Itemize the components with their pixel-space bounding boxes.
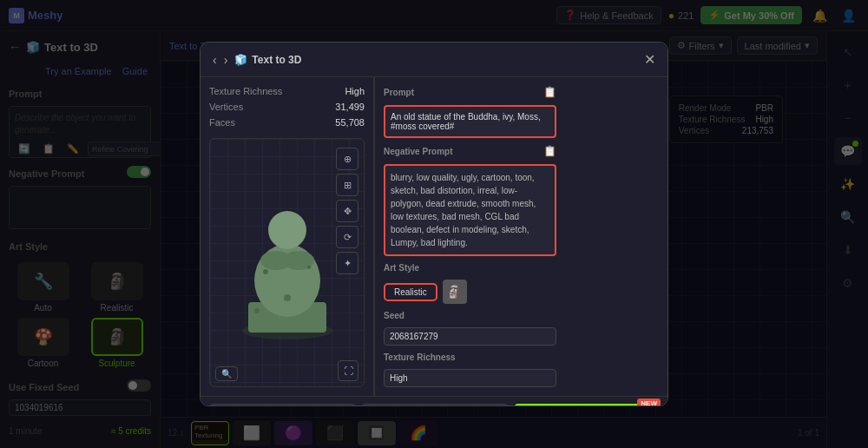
modal-fullscreen-btn[interactable]: ⛶: [338, 360, 358, 381]
modal-actions: ↗ Share ✦ Remix ⬇ Download NEW: [201, 396, 667, 406]
modal-overlay: ‹ › 🧊 Text to 3D ✕ Texture Richness High…: [0, 0, 868, 448]
modal-prev[interactable]: ‹: [213, 53, 217, 67]
seed-section: Seed: [384, 311, 556, 320]
download-button[interactable]: ⬇ Download NEW: [514, 404, 659, 406]
modal-texture-key: Texture Richness: [209, 86, 282, 96]
svg-point-15: [254, 308, 260, 313]
modal-prompt-text: An old statue of the Buddha, ivy, Moss, …: [391, 112, 541, 131]
modal-header: ‹ › 🧊 Text to 3D ✕: [201, 43, 667, 77]
modal-vertices-val: 31,499: [335, 102, 365, 112]
seed-section-label: Seed: [384, 311, 404, 320]
modal-vertices-key: Vertices: [209, 102, 243, 112]
modal-neg-text: blurry, low quality, ugly, cartoon, toon…: [391, 173, 536, 247]
art-style-section-label: Art Style: [384, 263, 419, 273]
new-badge: NEW: [637, 399, 661, 406]
modal-title-icon: 🧊: [234, 54, 247, 66]
modal-richness-val: High: [390, 373, 408, 383]
remix-button[interactable]: ✦ Remix: [361, 404, 508, 406]
prompt-section-label: Prompt: [384, 88, 414, 97]
richness-label: Texture Richness: [384, 352, 456, 362]
svg-point-13: [307, 266, 311, 269]
neg-prompt-label: Negative Prompt: [384, 147, 452, 156]
modal-zoom-btn[interactable]: ⊞: [336, 174, 358, 196]
modal-faces-val: 55,708: [335, 117, 365, 128]
modal-faces-row: Faces 55,708: [209, 117, 365, 128]
modal-title: 🧊 Text to 3D: [234, 54, 637, 66]
modal-content: Texture Richness High Vertices 31,499 Fa…: [201, 77, 667, 396]
prompt-copy-btn[interactable]: 📋: [543, 86, 556, 98]
modal-right: Prompt 📋 An old statue of the Buddha, iv…: [374, 77, 565, 396]
neg-prompt-copy-btn[interactable]: 📋: [543, 145, 556, 157]
prompt-section: Prompt 📋: [384, 86, 556, 98]
modal-vertices-row: Vertices 31,499: [209, 102, 365, 112]
modal-light-btn[interactable]: ✦: [336, 252, 358, 274]
modal-faces-key: Faces: [209, 117, 235, 128]
art-style-section: Art Style: [384, 263, 556, 273]
modal-prompt-box: An old statue of the Buddha, ivy, Moss, …: [384, 105, 556, 138]
share-button[interactable]: ↗ Share: [209, 404, 356, 406]
svg-point-9: [268, 211, 306, 249]
modal-title-text: Text to 3D: [252, 54, 301, 66]
modal-stats: Texture Richness High Vertices 31,499 Fa…: [201, 77, 374, 396]
modal-pan-btn[interactable]: ✥: [336, 200, 358, 222]
modal-close-button[interactable]: ✕: [644, 51, 655, 68]
richness-section: Texture Richness: [384, 352, 556, 362]
modal-toolbar-right: ⊕ ⊞ ✥ ⟳ ✦: [336, 148, 358, 274]
buddha-svg: [231, 185, 344, 341]
modal-next[interactable]: ›: [224, 53, 228, 67]
modal-texture-row: Texture Richness High: [209, 86, 365, 96]
modal-style-thumb: 🗿: [443, 280, 467, 304]
modal-style-val: Realistic: [394, 287, 427, 297]
modal-seed-box: 2068167279: [384, 327, 556, 346]
modal-reset-btn[interactable]: ⟳: [336, 226, 358, 248]
modal-orbit-btn[interactable]: ⊕: [336, 148, 358, 170]
modal-neg-box: blurry, low quality, ugly, cartoon, toon…: [384, 164, 556, 256]
modal-art-style: Realistic 🗿: [384, 280, 556, 304]
modal-richness-box: High: [384, 369, 556, 387]
modal-zoom-indicator: 🔍: [215, 366, 238, 381]
neg-prompt-section: Negative Prompt 📋: [384, 145, 556, 157]
modal-style-badge[interactable]: Realistic: [384, 283, 437, 301]
modal-texture-val: High: [345, 86, 365, 96]
svg-point-12: [263, 269, 268, 274]
modal-3d-area: ⊕ ⊞ ✥ ⟳ ✦ ⛶ 🔍: [209, 138, 365, 387]
modal: ‹ › 🧊 Text to 3D ✕ Texture Richness High…: [200, 42, 668, 406]
svg-point-14: [284, 294, 291, 301]
modal-seed-val: 2068167279: [390, 332, 438, 341]
